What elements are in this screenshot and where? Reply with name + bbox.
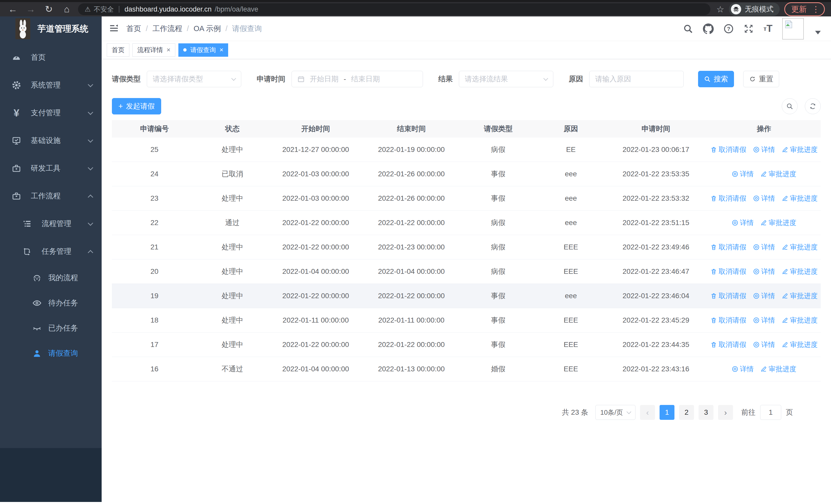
- browser-menu-icon[interactable]: ⋮: [812, 4, 820, 14]
- progress-link[interactable]: 审批进度: [761, 218, 796, 227]
- cell-status: 处理中: [197, 267, 268, 276]
- detail-link[interactable]: 详情: [732, 364, 754, 374]
- next-page-button[interactable]: ›: [718, 405, 733, 420]
- warning-icon: ⚠: [85, 5, 91, 13]
- sidebar-item-infra[interactable]: 基础设施: [0, 127, 102, 154]
- progress-link[interactable]: 审批进度: [761, 364, 796, 374]
- detail-link[interactable]: 详情: [753, 340, 775, 349]
- sidebar-item-process-mgmt[interactable]: 流程管理: [0, 210, 102, 238]
- bookmark-star-icon[interactable]: ☆: [717, 4, 724, 14]
- cell-id: 23: [112, 194, 197, 203]
- cell-leave-type: 事假: [459, 340, 537, 350]
- create-leave-button[interactable]: + 发起请假: [112, 98, 161, 114]
- progress-link[interactable]: 审批进度: [782, 316, 818, 325]
- goto-label: 前往: [741, 408, 755, 417]
- progress-link[interactable]: 审批进度: [782, 194, 818, 203]
- briefcase-icon: [11, 191, 22, 201]
- progress-link[interactable]: 审批进度: [782, 145, 818, 154]
- reset-button[interactable]: 重置: [743, 71, 779, 87]
- forward-icon[interactable]: →: [24, 3, 37, 16]
- cancel-leave-link[interactable]: 取消请假: [710, 267, 746, 276]
- cell-apply-time: 2022-01-22 23:46:47: [605, 267, 707, 276]
- close-icon[interactable]: ×: [220, 46, 223, 54]
- back-icon[interactable]: ←: [6, 3, 20, 16]
- github-icon[interactable]: [703, 23, 714, 34]
- sidebar-item-done-tasks[interactable]: 已办任务: [0, 316, 102, 341]
- prev-page-button[interactable]: ‹: [640, 405, 655, 420]
- search-button[interactable]: 搜索: [698, 71, 734, 87]
- cell-reason: EEE: [537, 340, 604, 349]
- update-button[interactable]: 更新 ⋮: [784, 2, 825, 16]
- breadcrumb-home[interactable]: 首页: [126, 24, 141, 34]
- progress-link[interactable]: 审批进度: [761, 169, 796, 179]
- refresh-table-button[interactable]: [805, 98, 821, 114]
- cancel-leave-link[interactable]: 取消请假: [710, 194, 746, 203]
- sidebar-item-payment[interactable]: ¥ 支付管理: [0, 99, 102, 127]
- detail-link[interactable]: 详情: [732, 218, 754, 227]
- progress-link[interactable]: 审批进度: [782, 291, 818, 300]
- reload-icon[interactable]: ↻: [42, 3, 55, 16]
- reason-input[interactable]: [595, 75, 678, 83]
- detail-link[interactable]: 详情: [753, 291, 775, 300]
- detail-link[interactable]: 详情: [753, 267, 775, 276]
- collapse-sidebar-icon[interactable]: [109, 23, 119, 34]
- tab-leave-query[interactable]: 请假查询 ×: [178, 43, 228, 57]
- progress-link[interactable]: 审批进度: [782, 242, 818, 252]
- cell-status: 通过: [197, 218, 268, 228]
- sidebar-item-devtools[interactable]: 研发工具: [0, 154, 102, 182]
- help-icon[interactable]: ?: [723, 24, 734, 34]
- cell-end-time: 2022-01-19 00:00:00: [364, 146, 459, 154]
- breadcrumb-oa[interactable]: OA 示例: [194, 24, 221, 34]
- cell-reason: eee: [537, 219, 604, 227]
- sidebar-item-label: 请假查询: [48, 348, 92, 358]
- breadcrumb-workflow[interactable]: 工作流程: [152, 24, 182, 34]
- cell-start-time: 2022-01-11 00:00:00: [268, 316, 364, 324]
- detail-link[interactable]: 详情: [753, 316, 775, 325]
- table-row: 23处理中2022-01-03 00:00:002022-01-26 00:00…: [112, 186, 821, 211]
- search-icon[interactable]: [683, 24, 693, 34]
- progress-link[interactable]: 审批进度: [782, 340, 818, 349]
- cell-status: 处理中: [197, 194, 268, 203]
- goto-page-input[interactable]: [760, 405, 781, 420]
- sidebar-item-home[interactable]: 首页: [0, 43, 102, 71]
- apply-time-range-picker[interactable]: 开始日期 - 结束日期: [291, 71, 423, 87]
- cell-actions: 取消请假详情审批进度: [707, 340, 821, 349]
- sidebar-item-system[interactable]: 系统管理: [0, 71, 102, 99]
- app-logo[interactable]: 芋道管理系统: [0, 17, 102, 41]
- sidebar-item-todo-tasks[interactable]: 待办任务: [0, 291, 102, 316]
- detail-link[interactable]: 详情: [753, 145, 775, 154]
- url-bar[interactable]: ⚠ 不安全 dashboard.yudao.iocoder.cn/bpm/oa/…: [78, 3, 710, 15]
- cell-leave-type: 事假: [459, 291, 537, 301]
- sidebar-item-task-mgmt[interactable]: 任务管理: [0, 238, 102, 265]
- user-menu-caret-icon[interactable]: [815, 31, 821, 34]
- progress-link[interactable]: 审批进度: [782, 267, 818, 276]
- result-select[interactable]: 请选择流结果: [459, 71, 553, 87]
- page-button-3[interactable]: 3: [698, 405, 713, 420]
- cancel-leave-link[interactable]: 取消请假: [710, 242, 746, 252]
- sidebar-item-workflow[interactable]: 工作流程: [0, 182, 102, 210]
- cancel-leave-link[interactable]: 取消请假: [710, 316, 746, 325]
- detail-link[interactable]: 详情: [732, 169, 754, 179]
- home-icon[interactable]: ⌂: [60, 3, 74, 16]
- refresh-icon: [809, 102, 816, 110]
- close-icon[interactable]: ×: [167, 46, 170, 54]
- tab-home[interactable]: 首页: [107, 43, 130, 57]
- detail-link[interactable]: 详情: [753, 194, 775, 203]
- page-size-value: 10条/页: [600, 408, 623, 417]
- tab-process-detail[interactable]: 流程详情 ×: [133, 43, 175, 57]
- cancel-leave-link[interactable]: 取消请假: [710, 340, 746, 349]
- page-button-2[interactable]: 2: [679, 405, 694, 420]
- leave-type-select[interactable]: 请选择请假类型: [147, 71, 241, 87]
- fullscreen-icon[interactable]: [744, 24, 754, 34]
- sidebar-item-my-process[interactable]: 我的流程: [0, 265, 102, 291]
- cell-start-time: 2022-01-04 00:00:00: [268, 267, 364, 276]
- toggle-search-button[interactable]: [782, 98, 798, 114]
- detail-link[interactable]: 详情: [753, 242, 775, 252]
- page-size-select[interactable]: 10条/页: [595, 405, 635, 420]
- page-button-1[interactable]: 1: [660, 405, 675, 420]
- cancel-leave-link[interactable]: 取消请假: [710, 291, 746, 300]
- cancel-leave-link[interactable]: 取消请假: [710, 145, 746, 154]
- sidebar-item-leave-query[interactable]: 请假查询: [0, 341, 102, 366]
- avatar[interactable]: [782, 18, 804, 39]
- font-size-icon[interactable]: тT: [764, 23, 773, 34]
